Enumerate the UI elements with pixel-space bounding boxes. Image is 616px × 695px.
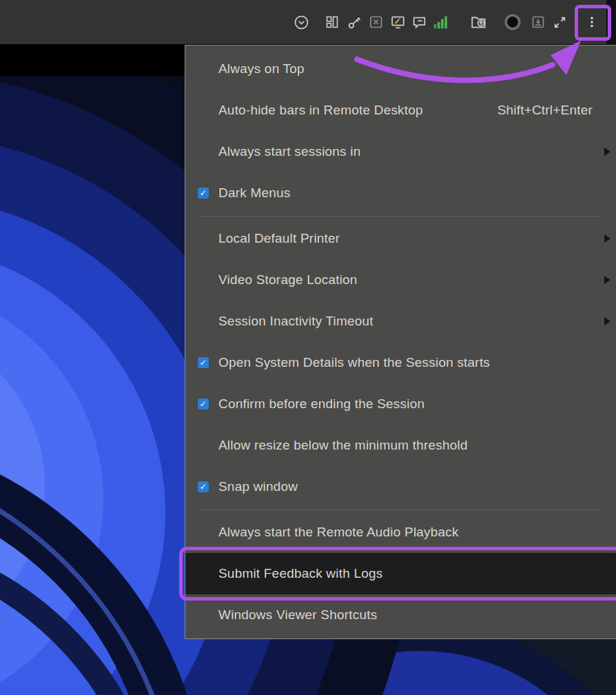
secure-input-box-icon[interactable]: [367, 13, 385, 31]
download-icon[interactable]: [529, 13, 547, 31]
connection-quality-icon[interactable]: [431, 13, 449, 31]
submenu-arrow-icon: [604, 317, 610, 325]
menu-item-windows-viewer-shortcuts[interactable]: Windows Viewer Shortcuts: [185, 594, 616, 636]
menu-item-label: Dark Menus: [218, 185, 290, 201]
menu-item-submit-feedback-with-logs[interactable]: Submit Feedback with Logs: [185, 553, 616, 594]
session-timer-icon[interactable]: [292, 13, 310, 31]
menu-item-local-default-printer[interactable]: Local Default Printer: [185, 218, 616, 259]
submenu-arrow-icon: [604, 148, 610, 156]
fullscreen-icon[interactable]: [551, 13, 568, 31]
more-options-kebab-icon[interactable]: [583, 13, 601, 31]
menu-item-confirm-before-ending[interactable]: Confirm before ending the Session: [185, 383, 616, 425]
checkbox-icon: [198, 481, 209, 492]
checkbox-icon: [198, 399, 209, 410]
session-record-icon[interactable]: [504, 13, 522, 31]
menu-item-dark-menus[interactable]: Dark Menus: [185, 172, 616, 214]
menu-item-auto-hide-bars[interactable]: Auto-hide bars in Remote Desktop Shift+C…: [185, 90, 616, 131]
menu-item-label: Always start the Remote Audio Playback: [218, 525, 459, 540]
menu-item-label: Always on Top: [218, 61, 305, 77]
menu-item-remote-audio-playback[interactable]: Always start the Remote Audio Playback: [185, 512, 616, 553]
submenu-arrow-icon: [604, 234, 610, 243]
file-transfer-icon[interactable]: [470, 13, 488, 31]
menu-item-label: Session Inactivity Timeout: [218, 314, 373, 329]
menu-item-label: Allow resize below the minimum threshold: [218, 438, 468, 453]
menu-separator: [198, 216, 601, 216]
menu-separator: [198, 510, 601, 510]
menu-item-shortcut: Shift+Ctrl+Enter: [497, 103, 593, 118]
menu-item-always-on-top[interactable]: Always on Top: [185, 48, 616, 90]
toolbar-edge-strip: [606, 0, 616, 44]
multi-monitor-layout-icon[interactable]: [323, 13, 341, 31]
menu-item-label: Windows Viewer Shortcuts: [218, 607, 377, 623]
session-options-menu: Always on Top Auto-hide bars in Remote D…: [185, 45, 616, 639]
menu-item-label: Auto-hide bars in Remote Desktop: [218, 103, 423, 118]
menu-item-label: Submit Feedback with Logs: [218, 566, 382, 581]
menu-item-label: Confirm before ending the Session: [218, 396, 424, 412]
submenu-arrow-icon: [604, 276, 610, 284]
menu-item-label: Open System Details when the Session sta…: [218, 355, 490, 370]
menu-item-video-storage-location[interactable]: Video Storage Location: [185, 259, 616, 301]
checkbox-icon: [198, 357, 209, 368]
menu-item-session-inactivity-timeout[interactable]: Session Inactivity Timeout: [185, 301, 616, 342]
session-toolbar: [0, 0, 616, 44]
menu-item-open-system-details[interactable]: Open System Details when the Session sta…: [185, 342, 616, 383]
menu-item-label: Video Storage Location: [218, 272, 358, 288]
ctrl-alt-del-key-icon[interactable]: [345, 13, 363, 31]
menu-item-label: Always start sessions in: [218, 144, 360, 159]
chat-icon[interactable]: [410, 13, 428, 31]
checkbox-icon: [198, 188, 209, 199]
menu-item-label: Snap window: [218, 479, 298, 494]
screen-annotate-icon[interactable]: [389, 13, 407, 31]
menu-item-always-start-sessions-in[interactable]: Always start sessions in: [185, 131, 616, 172]
menu-item-label: Local Default Printer: [218, 231, 340, 246]
menu-item-snap-window[interactable]: Snap window: [185, 466, 616, 507]
menu-item-allow-resize[interactable]: Allow resize below the minimum threshold: [185, 425, 616, 466]
